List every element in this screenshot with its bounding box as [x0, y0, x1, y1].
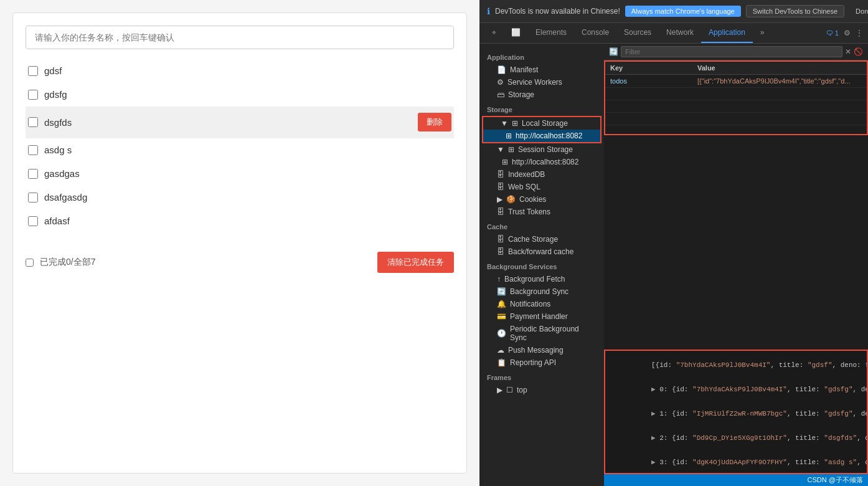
console-item-1[interactable]: ▶ 1: {id: "IjMRiUlfZ2wR-nMWB7bgc", title…	[610, 401, 862, 426]
sidebar-item-notifications[interactable]: 🔔 Notifications	[479, 298, 604, 310]
sidebar-item-cache-storage[interactable]: 🗄 Cache Storage	[479, 233, 604, 245]
top-frame-icon: ☐	[506, 386, 513, 394]
sidebar-item-bg-fetch[interactable]: ↑ Background Fetch	[479, 273, 604, 285]
todo-label: gdsf	[44, 65, 451, 76]
service-workers-icon: ⚙	[497, 78, 504, 87]
sidebar-label-trust-tokens: Trust Tokens	[508, 207, 550, 216]
sidebar-label-push-messaging: Push Messaging	[508, 346, 564, 355]
sidebar-item-payment-handler[interactable]: 💳 Payment Handler	[479, 310, 604, 323]
tab-elements[interactable]: Elements	[528, 23, 574, 43]
storage-table-row[interactable]: todos [{"id":"7bhYdaCAksP9IJ0Bv4m4I","ti…	[605, 75, 867, 88]
top-frame-expand-icon: ▶	[497, 386, 502, 394]
todo-checkbox[interactable]	[28, 90, 38, 100]
tab-box[interactable]: ⬜	[504, 23, 528, 43]
sidebar-item-web-sql[interactable]: 🗄 Web SQL	[479, 181, 604, 193]
todo-item: dsgfds删除	[26, 107, 454, 138]
sidebar-label-reporting-api: Reporting API	[510, 358, 556, 367]
sidebar-item-manifest[interactable]: 📄 Manifest	[479, 64, 604, 76]
sidebar-label-session-storage: Session Storage	[518, 145, 573, 154]
todo-summary: 已完成0/全部7	[26, 257, 95, 268]
info-icon: ℹ	[487, 6, 490, 16]
col-header-key: Key	[610, 64, 697, 72]
sidebar-item-session-storage[interactable]: ▼ ⊞ Session Storage	[479, 143, 604, 156]
row-key-todos: todos	[610, 77, 697, 85]
todo-checkbox[interactable]	[28, 66, 38, 76]
sidebar-item-local-storage[interactable]: ▼ ⊞ Local Storage	[483, 117, 600, 130]
sidebar-item-bg-sync[interactable]: 🔄 Background Sync	[479, 285, 604, 298]
todo-list: gdsf删除gdsfg删除dsgfds删除asdg s删除gasdgas删除ds…	[26, 59, 454, 233]
console-summary-line: [{id: "7bhYdaCAksP9lJ0Bv4m4I", title: "g…	[610, 353, 862, 377]
sidebar-item-cookies[interactable]: ▶ 🍪 Cookies	[479, 193, 604, 206]
sidebar-item-reporting-api[interactable]: 📋 Reporting API	[479, 356, 604, 369]
sidebar-label-payment-handler: Payment Handler	[510, 312, 568, 321]
clear-completed-button[interactable]: 清除已完成任务	[377, 252, 454, 273]
todo-input[interactable]	[26, 26, 454, 49]
tab-cursor[interactable]: ⌖	[484, 23, 504, 43]
sidebar-item-periodic-bg-sync[interactable]: 🕐 Periodic Background Sync	[479, 323, 604, 344]
todo-checkbox[interactable]	[28, 193, 38, 202]
delete-button[interactable]: 删除	[418, 113, 451, 131]
switch-chinese-button[interactable]: Switch DevTools to Chinese	[746, 5, 844, 17]
notifications-icon: 🔔	[497, 300, 506, 308]
todo-checkbox[interactable]	[28, 117, 38, 127]
console-item-2[interactable]: ▶ 2: {id: "Dd9Cp_DYie5XGg9t1OhIr", title…	[610, 426, 862, 450]
sidebar-section-cache: Cache	[479, 218, 604, 233]
trust-tokens-icon: 🗄	[497, 207, 504, 216]
push-messaging-icon: ☁	[497, 346, 504, 355]
delete-entry-button[interactable]: 🚫	[854, 47, 863, 56]
main-spacer	[604, 135, 868, 350]
web-sql-icon: 🗄	[497, 183, 504, 191]
sidebar-item-top-frame[interactable]: ▶ ☐ top	[479, 384, 604, 396]
refresh-button[interactable]: 🔄	[609, 47, 618, 56]
sidebar-item-back-forward-cache[interactable]: 🗄 Back/forward cache	[479, 245, 604, 258]
settings-icon[interactable]: ⚙	[844, 29, 851, 37]
devtools-tabs: ⌖ ⬜ Elements Console Sources Network App…	[479, 23, 868, 44]
notification-text: DevTools is now available in Chinese!	[495, 7, 620, 16]
sidebar-item-push-messaging[interactable]: ☁ Push Messaging	[479, 344, 604, 356]
clear-filter-button[interactable]: ✕	[845, 47, 851, 56]
sidebar-item-storage-overview[interactable]: 🗃 Storage	[479, 88, 604, 101]
todo-checkbox[interactable]	[28, 145, 38, 155]
match-language-button[interactable]: Always match Chrome's language	[625, 6, 741, 17]
sidebar-label-session-storage-url: http://localhost:8082	[512, 158, 578, 166]
tab-application[interactable]: Application	[701, 23, 753, 43]
local-storage-highlight: ▼ ⊞ Local Storage ⊞ http://localhost:808…	[482, 116, 601, 143]
filter-input[interactable]	[621, 46, 842, 57]
todo-label: asdg s	[44, 145, 451, 155]
sidebar-label-top-frame: top	[517, 386, 527, 394]
tab-network[interactable]: Network	[659, 23, 701, 43]
bottom-bar: CSDN @子不倾落	[604, 474, 868, 486]
tab-sources[interactable]: Sources	[616, 23, 659, 43]
todo-checkbox[interactable]	[28, 216, 38, 226]
dont-show-again-button[interactable]: Don't show again	[849, 6, 868, 17]
sidebar-item-trust-tokens[interactable]: 🗄 Trust Tokens	[479, 206, 604, 218]
sidebar-section-frames: Frames	[479, 369, 604, 384]
todo-label: dsafgasdg	[44, 192, 451, 202]
todo-item: gasdgas删除	[26, 162, 454, 186]
sidebar-section-storage: Storage	[479, 101, 604, 116]
payment-handler-icon: 💳	[497, 312, 506, 321]
expand-cookies-icon: ▶	[497, 195, 502, 204]
bg-sync-icon: 🔄	[497, 287, 506, 296]
sidebar-item-session-storage-url[interactable]: ⊞ http://localhost:8082	[479, 156, 604, 168]
todo-checkbox[interactable]	[28, 169, 38, 179]
sidebar-item-indexeddb[interactable]: 🗄 IndexedDB	[479, 168, 604, 181]
bottom-bar-text: CSDN @子不倾落	[808, 476, 863, 484]
sidebar-item-service-workers[interactable]: ⚙ Service Workers	[479, 76, 604, 88]
console-item-0[interactable]: ▶ 0: {id: "7bhYdaCAksP9lJ0Bv4m4I", title…	[610, 377, 862, 401]
sidebar-label-indexeddb: IndexedDB	[508, 170, 545, 179]
session-storage-icon: ⊞	[508, 145, 514, 154]
sidebar-label-manifest: Manifest	[510, 65, 538, 74]
sidebar-item-local-storage-url[interactable]: ⊞ http://localhost:8082	[483, 130, 600, 142]
sidebar-label-local-storage: Local Storage	[522, 119, 568, 128]
tab-console[interactable]: Console	[574, 23, 616, 43]
sidebar-label-periodic-bg-sync: Periodic Background Sync	[510, 325, 597, 342]
tab-more[interactable]: »	[753, 23, 772, 43]
select-all-checkbox[interactable]	[26, 259, 34, 267]
todo-item: gdsfg删除	[26, 83, 454, 107]
console-item-3[interactable]: ▶ 3: {id: "dgK4OjUdDAApFYF9O7FHY", title…	[610, 450, 862, 474]
storage-table-row-empty1	[605, 88, 867, 100]
todo-item: dsafgasdg删除	[26, 186, 454, 209]
storage-table: Key Value todos [{"id":"7bhYdaCAksP9IJ0B…	[604, 60, 868, 135]
more-options-icon[interactable]: ⋮	[856, 29, 863, 37]
